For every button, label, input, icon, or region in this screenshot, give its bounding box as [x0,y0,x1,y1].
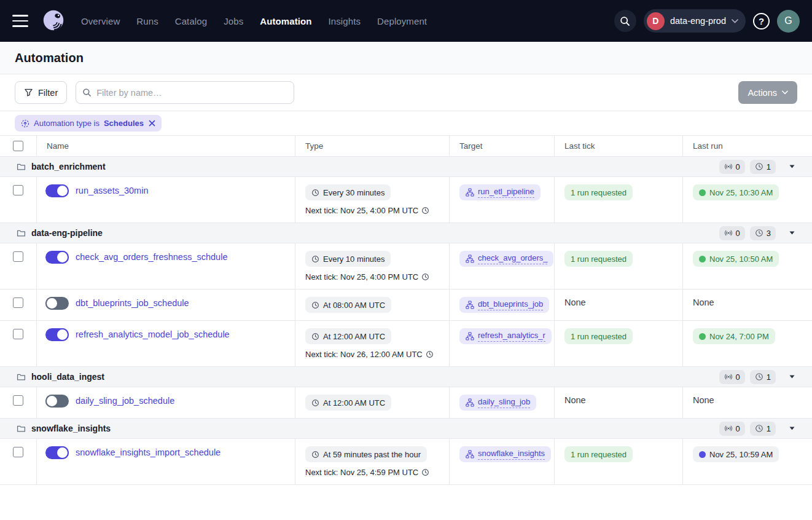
row-checkbox[interactable] [13,447,23,457]
table-row: dbt_blueprints_job_schedule At 08:00 AM … [0,290,812,321]
schedule-name-link[interactable]: dbt_blueprints_job_schedule [76,298,189,308]
automation-condition-icon [21,119,29,128]
schedule-count-badge: 1 [750,160,776,174]
target-job-link[interactable]: refresh_analytics_r [459,328,552,344]
schedule-toggle[interactable] [45,297,69,310]
nav-item-jobs[interactable]: Jobs [224,16,243,26]
run-status-dot [699,333,706,340]
group-row[interactable]: data-eng-pipeline 0 3 [0,223,812,243]
folder-icon [17,424,26,433]
schedule-toggle[interactable] [45,184,69,197]
group-collapse-caret[interactable] [786,162,798,171]
target-job-link[interactable]: snowflake_insights [459,446,551,462]
last-tick-status-pill: 1 run requested [564,184,633,200]
schedule-name-link[interactable]: daily_sling_job_schedule [76,396,174,406]
sensor-count: 0 [736,424,740,433]
row-checkbox[interactable] [13,329,23,339]
schedule-toggle[interactable] [45,395,69,408]
schedule-interval: At 12:00 AM UTC [323,332,385,341]
chip-value: Schedules [104,119,144,128]
row-checkbox[interactable] [13,251,23,262]
automation-type-filter-chip[interactable]: Automation type is Schedules [15,115,162,132]
actions-button[interactable]: Actions [738,81,797,104]
sensor-icon [724,372,733,381]
sensor-count-badge: 0 [719,160,745,174]
last-run-status-pill: Nov 24, 7:00 PM [693,328,775,344]
schedule-interval-pill: At 12:00 AM UTC [305,328,391,344]
group-row[interactable]: hooli_data_ingest 0 1 [0,367,812,387]
folder-icon [17,162,26,171]
schedule-name-link[interactable]: check_avg_orders_freshness_schdule [76,252,227,262]
clock-icon [421,468,429,476]
primary-nav: Overview Runs Catalog Jobs Automation In… [81,16,427,26]
clock-icon [311,399,319,407]
group-collapse-caret[interactable] [786,229,798,237]
next-tick-text: Next tick: Nov 25, 4:59 PM UTC [305,468,439,477]
next-tick-text: Next tick: Nov 25, 4:00 PM UTC [305,206,439,215]
row-checkbox[interactable] [13,395,23,406]
schedule-toggle[interactable] [45,446,69,459]
top-navigation-bar: Overview Runs Catalog Jobs Automation In… [0,0,812,42]
caret-down-icon [789,231,795,235]
workspace-switcher[interactable]: D data-eng-prod [644,9,746,33]
search-button[interactable] [614,10,636,32]
workspace-avatar: D [647,12,665,30]
schedule-name-link[interactable]: snowflake_insights_import_schedule [76,447,221,457]
select-all-checkbox[interactable] [13,141,23,151]
nav-item-overview[interactable]: Overview [81,16,120,26]
menu-icon[interactable] [12,15,28,27]
filter-button[interactable]: Filter [15,81,67,104]
nav-item-runs[interactable]: Runs [136,16,158,26]
group-collapse-caret[interactable] [786,424,798,433]
target-job-link[interactable]: check_avg_orders_ [459,251,553,267]
target-job-link[interactable]: dbt_blueprints_job [459,297,549,313]
active-filters-row: Automation type is Schedules [0,111,812,136]
target-job-link[interactable]: daily_sling_job [459,395,536,411]
schedule-interval: Every 10 minutes [323,254,385,264]
run-status-dot [699,189,706,196]
schedule-count-badge: 3 [750,226,776,240]
sensor-icon [724,162,733,171]
schedule-name-link[interactable]: run_assets_30min [76,186,149,195]
job-graph-icon [466,254,474,263]
group-collapse-caret[interactable] [786,372,798,381]
row-checkbox[interactable] [13,297,23,308]
row-checkbox[interactable] [13,185,23,195]
clock-icon [421,273,429,281]
sensor-icon [724,229,733,237]
schedule-interval: At 08:00 AM UTC [323,301,385,310]
table-header: Name Type Target Last tick Last run [0,136,812,157]
clock-icon [311,255,319,263]
schedule-interval: At 59 minutes past the hour [323,450,421,459]
job-graph-icon [466,301,474,309]
clock-icon [755,162,763,171]
table-body: batch_enrichment 0 1 [0,157,812,485]
target-name: refresh_analytics_r [478,331,545,341]
target-job-link[interactable]: run_etl_pipeline [459,184,541,200]
schedule-count: 1 [767,424,771,433]
nav-item-automation[interactable]: Automation [260,16,311,26]
group-name: snowflake_insights [31,423,111,433]
schedule-interval: Every 30 minutes [323,188,385,197]
nav-item-deployment[interactable]: Deployment [377,16,427,26]
schedule-count: 1 [767,162,771,171]
close-icon[interactable] [149,120,155,127]
table-row: daily_sling_job_schedule At 12:00 AM UTC… [0,387,812,419]
last-run-status-pill: Nov 25, 10:50 AM [693,251,779,267]
schedule-interval: At 12:00 AM UTC [323,398,385,408]
nav-item-catalog[interactable]: Catalog [175,16,207,26]
filter-by-name-input[interactable] [76,81,294,104]
schedule-name-link[interactable]: refresh_analytics_model_job_schedule [76,329,230,339]
group-row[interactable]: snowflake_insights 0 1 [0,419,812,439]
last-run-none: None [693,297,714,307]
schedule-count-badge: 1 [750,422,776,436]
user-avatar[interactable]: G [777,10,800,33]
table-row: run_assets_30min Every 30 minutes Next t… [0,177,812,223]
schedule-toggle[interactable] [45,251,69,264]
schedule-toggle[interactable] [45,328,69,341]
nav-item-insights[interactable]: Insights [329,16,361,26]
last-run-status-pill: Nov 25, 10:59 AM [693,446,779,462]
group-row[interactable]: batch_enrichment 0 1 [0,157,812,177]
name-filter-field [76,81,294,104]
help-button[interactable]: ? [753,13,770,30]
